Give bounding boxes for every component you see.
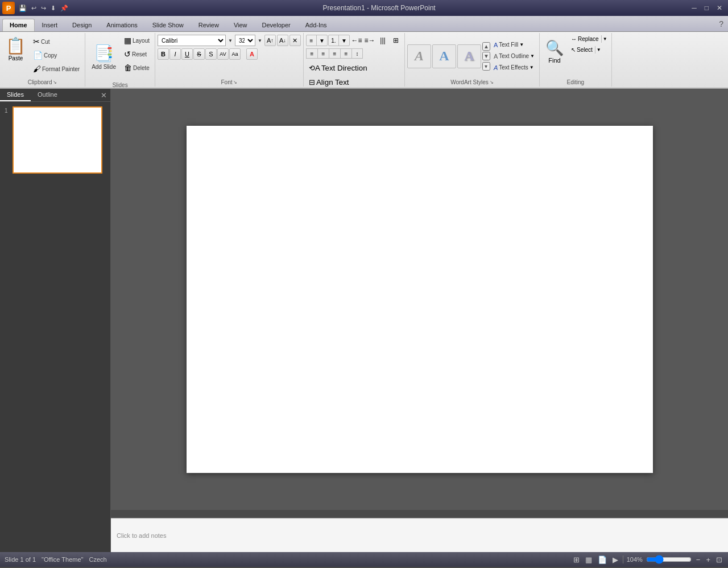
wordart-style-1[interactable]: A (407, 44, 431, 68)
tab-view[interactable]: View (226, 19, 255, 31)
line-spacing-button[interactable]: ↕ (351, 48, 363, 59)
wordart-scroll-more[interactable]: ▾ (482, 62, 490, 71)
notes-area[interactable]: Click to add notes (111, 518, 728, 552)
font-content: Calibri ▼ 32 ▼ A↑ A↓ ✕ B I U S S AV Aa (158, 34, 301, 78)
change-case-button[interactable]: Aa (229, 48, 241, 60)
text-outline-button[interactable]: A Text Outline ▼ (491, 51, 537, 61)
underline-button[interactable]: U (181, 48, 193, 60)
wordart-expand-icon[interactable]: ↘ (490, 80, 494, 85)
wordart-gallery: A A A (407, 44, 481, 68)
smartart-button[interactable]: ⊞ (390, 34, 402, 47)
replace-button[interactable]: ↔ Replace ▼ (568, 34, 609, 44)
undo-button[interactable]: ↩ (30, 3, 38, 13)
grow-font-button[interactable]: A↑ (264, 35, 276, 46)
add-slide-button[interactable]: 📑 Add Slide (88, 34, 120, 81)
clipboard-label: Clipboard ↘ (2, 78, 82, 87)
cut-button[interactable]: ✂ Cut (30, 35, 82, 48)
normal-view-button[interactable]: ⊞ (572, 555, 581, 564)
panel-close-button[interactable]: ✕ (97, 89, 110, 101)
qa-dropdown-button[interactable]: ⬇ (49, 3, 57, 13)
font-color-button[interactable]: A (246, 48, 258, 60)
reset-button[interactable]: ↺ Reset (121, 48, 152, 60)
columns-button[interactable]: ||| (377, 34, 389, 47)
tab-animations[interactable]: Animations (99, 19, 144, 31)
font-name-select[interactable]: Calibri (158, 35, 226, 46)
layout-button[interactable]: ▦ Layout (121, 34, 152, 47)
format-painter-button[interactable]: 🖌 Format Painter (30, 63, 82, 75)
number-list-button[interactable]: 1. (329, 35, 339, 46)
close-button[interactable]: ✕ (713, 3, 726, 13)
text-direction-button[interactable]: ⟲A Text Direction (306, 61, 370, 74)
fit-window-button[interactable]: ⊡ (715, 555, 723, 564)
select-dropdown[interactable]: ▼ (595, 46, 602, 53)
copy-button[interactable]: 📄 Copy (30, 49, 82, 61)
language-name: Czech (89, 556, 106, 563)
shrink-font-button[interactable]: A↓ (277, 35, 288, 46)
wordart-style-2[interactable]: A (432, 44, 456, 68)
slideshow-button[interactable]: ▶ (611, 555, 619, 564)
replace-dropdown[interactable]: ▼ (601, 35, 609, 43)
font-size-select[interactable]: 32 (235, 35, 255, 46)
delete-button[interactable]: 🗑 Delete (121, 61, 152, 74)
panel-tab-slides[interactable]: Slides (0, 89, 31, 101)
tab-insert[interactable]: Insert (35, 19, 65, 31)
bullet-dropdown[interactable]: ▼ (317, 35, 327, 46)
italic-button[interactable]: I (169, 48, 181, 60)
paste-area: 📋 Paste ✂ Cut 📄 Copy 🖌 Format (2, 34, 82, 75)
text-outline-dropdown[interactable]: ▼ (530, 53, 535, 59)
panel-tab-outline[interactable]: Outline (31, 89, 64, 101)
wordart-style-3[interactable]: A (457, 44, 481, 68)
increase-indent-button[interactable]: ≡→ (363, 34, 376, 47)
text-effects-button[interactable]: A Text Effects ▼ (491, 63, 537, 73)
number-dropdown[interactable]: ▼ (339, 35, 349, 46)
save-button[interactable]: 💾 (17, 3, 28, 13)
align-center-button[interactable]: ≡ (317, 48, 329, 59)
clipboard-expand-icon[interactable]: ↘ (53, 80, 57, 85)
canvas-main[interactable] (111, 89, 728, 510)
paste-button[interactable]: 📋 Paste (2, 34, 29, 64)
zoom-out-button[interactable]: − (695, 555, 702, 564)
redo-button[interactable]: ↪ (39, 3, 48, 13)
font-size-dropdown[interactable]: ▼ (257, 34, 263, 47)
justify-button[interactable]: ≡ (340, 48, 351, 59)
char-spacing-button[interactable]: AV (217, 48, 229, 60)
pin-button[interactable]: 📌 (59, 3, 70, 13)
decrease-indent-button[interactable]: ←≡ (350, 34, 363, 47)
maximize-button[interactable]: □ (701, 3, 712, 13)
bullet-list-button[interactable]: ≡ (307, 35, 317, 46)
align-right-button[interactable]: ≡ (329, 48, 340, 59)
text-effects-dropdown[interactable]: ▼ (530, 65, 534, 70)
tab-developer[interactable]: Developer (255, 19, 298, 31)
slide-thumbnail-1[interactable] (13, 106, 102, 174)
reading-view-button[interactable]: 📄 (597, 555, 608, 564)
shadow-button[interactable]: S (205, 48, 217, 60)
text-fill-button[interactable]: A Text Fill ▼ (491, 40, 537, 50)
align-left-button[interactable]: ≡ (306, 48, 317, 59)
select-button[interactable]: ↖ Select ▼ (568, 45, 609, 55)
paste-main: 📋 Paste (2, 34, 29, 64)
zoom-slider[interactable] (646, 555, 692, 564)
text-fill-dropdown[interactable]: ▼ (519, 42, 524, 47)
wordart-scroll-up[interactable]: ▲ (482, 42, 490, 51)
font-expand-icon[interactable]: ↘ (233, 80, 237, 85)
font-name-dropdown[interactable]: ▼ (227, 34, 234, 47)
tab-review[interactable]: Review (191, 19, 226, 31)
clear-format-button[interactable]: ✕ (289, 35, 301, 46)
zoom-in-button[interactable]: + (705, 555, 712, 564)
help-button[interactable]: ? (714, 17, 728, 31)
tab-slideshow[interactable]: Slide Show (145, 19, 191, 31)
strikethrough-button[interactable]: S (193, 48, 205, 60)
slide-canvas[interactable] (187, 126, 653, 473)
cut-icon: ✂ (33, 37, 40, 46)
find-icon: 🔍 (545, 39, 564, 57)
align-text-button[interactable]: ⊟ Align Text (306, 76, 352, 88)
tab-design[interactable]: Design (65, 19, 99, 31)
minimize-button[interactable]: ─ (688, 3, 700, 13)
bold-button[interactable]: B (158, 48, 169, 60)
find-button[interactable]: 🔍 Find (542, 34, 567, 68)
horizontal-scrollbar[interactable] (111, 510, 728, 518)
slide-sorter-button[interactable]: ▦ (584, 555, 593, 564)
wordart-scroll-down[interactable]: ▼ (482, 52, 490, 60)
tab-addins[interactable]: Add-Ins (298, 19, 334, 31)
tab-home[interactable]: Home (2, 19, 35, 31)
